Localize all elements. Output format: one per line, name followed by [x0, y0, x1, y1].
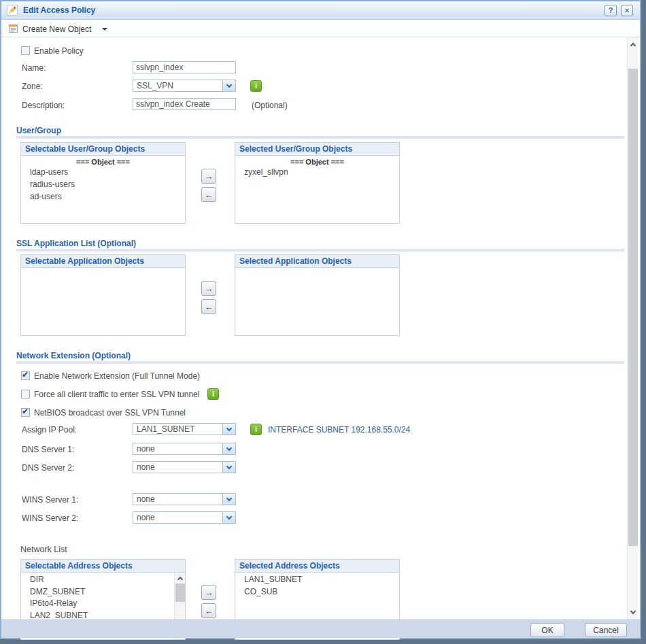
dns-server-1-value: none [137, 444, 155, 454]
create-new-object-icon [8, 23, 19, 34]
arrow-left-icon: ← [205, 302, 214, 312]
description-optional-hint: (Optional) [252, 101, 288, 110]
name-label: Name: [22, 63, 46, 73]
zone-select-value: SSL_VPN [137, 81, 173, 90]
assign-ip-pool-info-icon[interactable] [250, 424, 262, 435]
chevron-down-icon[interactable] [222, 424, 235, 435]
network-extension-section-title: Network Extension (Optional) [16, 351, 131, 360]
list-item[interactable]: LAN1_SUBNET [235, 573, 399, 586]
arrow-left-icon: ← [205, 606, 214, 616]
arrow-right-icon: → [205, 588, 214, 598]
netbios-broadcast-label: NetBIOS broadcast over SSL VPN Tunnel [34, 408, 186, 418]
dialog-title: Edit Access Policy [23, 5, 95, 15]
move-right-button[interactable]: → [201, 169, 216, 184]
list-item[interactable]: ldap-users [21, 166, 185, 178]
list-item[interactable]: radius-users [21, 178, 185, 190]
section-divider [16, 249, 624, 252]
selectable-address-header: Selectable Address Objects [21, 560, 185, 573]
toolbar: Create New Object [1, 20, 640, 37]
selectable-application-header: Selectable Application Objects [21, 255, 185, 268]
move-left-button[interactable]: ← [201, 603, 216, 618]
selected-application-box: Selected Application Objects [235, 254, 400, 336]
assign-ip-pool-value: LAN1_SUBNET [137, 424, 194, 434]
scrollbar-thumb[interactable] [628, 69, 638, 546]
interface-subnet-text: INTERFACE SUBNET 192.168.55.0/24 [268, 425, 410, 435]
scroll-up-icon[interactable] [175, 573, 186, 583]
move-right-button[interactable]: → [201, 281, 216, 296]
scroll-up-icon[interactable] [628, 39, 639, 50]
object-separator: === Object === [21, 156, 185, 166]
selected-usergroup-header: Selected User/Group Objects [235, 143, 399, 156]
cancel-button[interactable]: Cancel [585, 623, 627, 637]
chevron-down-icon[interactable] [222, 462, 235, 473]
chevron-down-icon[interactable] [222, 512, 235, 523]
list-item[interactable]: zyxel_sllvpn [235, 166, 399, 178]
arrow-left-icon: ← [205, 190, 214, 200]
scrollbar-thumb[interactable] [175, 583, 185, 602]
selected-address-header: Selected Address Objects [235, 560, 399, 573]
dns-server-1-select[interactable]: none [133, 443, 236, 455]
assign-ip-pool-label: Assign IP Pool: [22, 425, 77, 435]
usergroup-section-title: User/Group [16, 126, 61, 135]
edit-pencil-icon [7, 5, 18, 16]
dns-server-1-label: DNS Server 1: [22, 445, 74, 454]
selectable-application-box: Selectable Application Objects [20, 254, 186, 336]
enable-network-extension-label: Enable Network Extension (Full Tunnel Mo… [34, 371, 200, 381]
arrow-right-icon: → [205, 284, 214, 294]
name-input[interactable] [133, 61, 236, 73]
network-list-title: Network List [20, 545, 67, 554]
enable-policy-checkbox[interactable] [21, 46, 30, 55]
zone-label: Zone: [22, 82, 43, 91]
selected-usergroup-box: Selected User/Group Objects === Object =… [235, 142, 400, 224]
dns-server-2-label: DNS Server 2: [22, 463, 74, 473]
force-traffic-checkbox[interactable] [21, 390, 30, 399]
ok-button[interactable]: OK [530, 623, 564, 637]
dns-server-2-value: none [137, 462, 155, 472]
enable-network-extension-checkbox[interactable] [21, 371, 30, 380]
move-left-button[interactable]: ← [201, 187, 216, 202]
arrow-right-icon: → [205, 171, 214, 182]
list-item[interactable]: CO_SUB [235, 586, 399, 598]
selectable-usergroup-header: Selectable User/Group Objects [21, 143, 185, 156]
chevron-down-icon [102, 28, 107, 31]
edit-access-policy-dialog: Edit Access Policy ? × Create New Object… [0, 0, 641, 639]
ssl-application-section-title: SSL Application List (Optional) [16, 239, 136, 248]
force-traffic-label: Force all client traffic to enter SSL VP… [34, 390, 199, 399]
wins-server-1-value: none [137, 494, 155, 504]
force-traffic-info-icon[interactable] [207, 388, 219, 400]
list-item[interactable]: DIR [21, 573, 185, 586]
chevron-down-icon[interactable] [222, 80, 235, 91]
netbios-broadcast-checkbox[interactable] [21, 408, 30, 417]
move-left-button[interactable]: ← [201, 299, 216, 314]
dialog-titlebar: Edit Access Policy ? × [1, 1, 640, 20]
selected-application-header: Selected Application Objects [235, 255, 399, 268]
selectable-usergroup-box: Selectable User/Group Objects === Object… [20, 142, 186, 224]
assign-ip-pool-select[interactable]: LAN1_SUBNET [133, 423, 236, 435]
list-item[interactable]: IP6to4-Relay [21, 598, 185, 610]
dialog-footer: OK Cancel [1, 620, 640, 638]
object-separator: === Object === [235, 156, 399, 166]
wins-server-1-label: WINS Server 1: [22, 495, 78, 505]
zone-select[interactable]: SSL_VPN [133, 80, 236, 92]
close-button[interactable]: × [621, 5, 633, 16]
section-divider [16, 361, 624, 364]
chevron-down-icon[interactable] [222, 494, 235, 505]
enable-policy-label: Enable Policy [34, 46, 84, 56]
description-label: Description: [22, 101, 65, 110]
create-new-object-button[interactable]: Create New Object [22, 24, 91, 34]
move-right-button[interactable]: → [201, 585, 216, 600]
wins-server-2-value: none [137, 513, 155, 522]
wins-server-2-label: WINS Server 2: [22, 513, 78, 523]
list-item[interactable]: DMZ_SUBNET [21, 586, 185, 598]
dns-server-2-select[interactable]: none [133, 461, 236, 473]
wins-server-2-select[interactable]: none [133, 511, 236, 524]
wins-server-1-select[interactable]: none [133, 493, 236, 505]
chevron-down-icon[interactable] [222, 443, 235, 454]
description-input[interactable] [133, 98, 236, 110]
main-scrollbar[interactable] [627, 37, 638, 620]
help-button[interactable]: ? [605, 5, 617, 16]
zone-info-icon[interactable] [250, 80, 262, 92]
list-item[interactable]: ad-users [21, 190, 185, 203]
section-divider [16, 136, 624, 139]
scroll-down-icon[interactable] [628, 607, 639, 617]
